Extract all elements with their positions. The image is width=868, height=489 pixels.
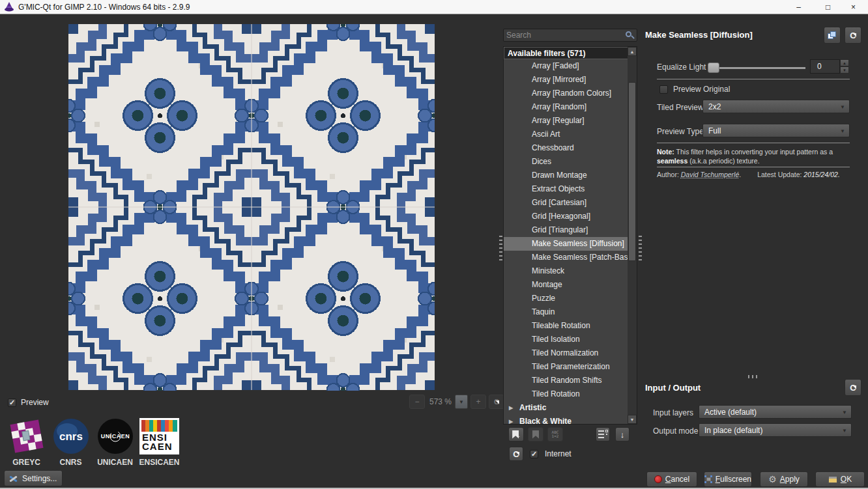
chevron-down-icon: ▼ bbox=[840, 128, 845, 134]
zoom-out-button[interactable]: − bbox=[409, 395, 425, 409]
filter-item[interactable]: Array [Mirrored] bbox=[504, 73, 629, 87]
separator bbox=[657, 167, 850, 167]
filter-list-header[interactable]: Available filters (571) bbox=[504, 47, 629, 59]
ensicaen-label: ENSICAEN bbox=[139, 458, 180, 467]
zoom-reset-button[interactable]: C bbox=[489, 395, 504, 409]
left-splitter-handle[interactable] bbox=[499, 236, 502, 260]
internet-label: Internet bbox=[545, 449, 571, 458]
filter-item[interactable]: Chessboard bbox=[504, 141, 629, 155]
ok-icon bbox=[828, 476, 837, 483]
spin-down-button[interactable]: ▼ bbox=[840, 66, 849, 74]
preview-type-select[interactable]: Full ▼ bbox=[702, 124, 850, 137]
unicaen-logo-icon: UNICAEN bbox=[96, 417, 134, 455]
download-filters-button[interactable]: ↓ bbox=[615, 427, 629, 441]
filter-item[interactable]: Tiled Parameterization bbox=[504, 360, 629, 374]
filter-item-selected[interactable]: Make Seamless [Diffusion] bbox=[504, 237, 629, 251]
filter-item[interactable]: Extract Objects bbox=[504, 182, 629, 196]
greyc-logo[interactable]: GREYC bbox=[7, 417, 46, 467]
filter-item[interactable]: Grid [Cartesian] bbox=[504, 196, 629, 210]
spin-up-button[interactable]: ▲ bbox=[840, 59, 849, 66]
copy-icon bbox=[828, 31, 837, 40]
filter-item[interactable]: Dices bbox=[504, 155, 629, 169]
zoom-level-value: 573 % bbox=[426, 397, 455, 406]
minimize-button[interactable]: – bbox=[784, 0, 813, 14]
filter-category-black-white[interactable]: ▶ Black & White bbox=[504, 415, 629, 425]
ensicaen-logo-icon: ENSICAEN bbox=[139, 418, 179, 454]
scrollbar-down-icon[interactable]: ▼ bbox=[628, 415, 637, 424]
filter-item[interactable]: Array [Random Colors] bbox=[504, 87, 629, 100]
author-line: Author: David Tschumperlé. Latest Update… bbox=[657, 171, 852, 178]
download-icon: ↓ bbox=[620, 430, 625, 440]
preview-original-label: Preview Original bbox=[673, 85, 730, 94]
remove-fave-button[interactable] bbox=[528, 427, 543, 441]
reset-icon: C bbox=[850, 31, 856, 40]
search-box bbox=[503, 29, 637, 42]
output-mode-select[interactable]: In place (default) ▼ bbox=[699, 423, 852, 437]
filter-item[interactable]: Grid [Hexagonal] bbox=[504, 210, 629, 223]
filter-list-scrollbar[interactable]: ▲ ▼ bbox=[628, 47, 637, 424]
preview-toggle-row: ✓ Preview bbox=[8, 398, 49, 407]
filter-category-artistic[interactable]: ▶ Artistic bbox=[504, 401, 629, 415]
filter-item[interactable]: Taquin bbox=[504, 305, 629, 319]
equalize-light-label: Equalize Light bbox=[657, 63, 706, 72]
io-splitter-handle[interactable] bbox=[748, 375, 759, 378]
slider-groove bbox=[708, 67, 805, 69]
close-button[interactable]: × bbox=[839, 0, 868, 14]
tools-icon bbox=[8, 474, 19, 483]
preview-checkbox[interactable]: ✓ bbox=[8, 398, 16, 407]
tile-pattern bbox=[68, 24, 435, 391]
preview-image[interactable] bbox=[68, 24, 435, 391]
filter-item[interactable]: Tileable Rotation bbox=[504, 319, 629, 333]
copy-command-button[interactable] bbox=[824, 27, 841, 44]
filter-item[interactable]: Grid [Triangular] bbox=[504, 223, 629, 237]
filter-item[interactable]: Array [Regular] bbox=[504, 114, 629, 128]
list-view-icon bbox=[598, 430, 608, 439]
cnrs-logo-icon: cnrs bbox=[52, 417, 90, 455]
filter-item[interactable]: Make Seamless [Patch-Based] bbox=[504, 251, 629, 264]
ensicaen-logo[interactable]: ENSICAEN ENSICAEN bbox=[139, 417, 179, 467]
io-reset-button[interactable]: C bbox=[845, 379, 861, 396]
filter-item[interactable]: Puzzle bbox=[504, 292, 629, 305]
rename-fave-button[interactable]: ABC1=2 bbox=[547, 427, 563, 441]
filter-item[interactable]: Tiled Random Shifts bbox=[504, 374, 629, 387]
filter-item[interactable]: Tiled Normalization bbox=[504, 346, 629, 360]
separator bbox=[657, 143, 850, 143]
svg-text:UNICAEN: UNICAEN bbox=[100, 433, 130, 440]
filter-item[interactable]: Tiled Isolation bbox=[504, 333, 629, 346]
tiled-preview-select[interactable]: 2x2 ▼ bbox=[702, 100, 850, 113]
filter-item[interactable]: Drawn Montage bbox=[504, 169, 629, 182]
filter-item[interactable]: Array [Faded] bbox=[504, 59, 629, 73]
input-layers-select[interactable]: Active (default) ▼ bbox=[699, 405, 852, 419]
zoom-dropdown-button[interactable]: ▼ bbox=[455, 395, 468, 409]
slider-handle[interactable] bbox=[708, 63, 719, 73]
preview-original-checkbox[interactable]: ✓ bbox=[659, 85, 668, 94]
right-splitter-handle[interactable] bbox=[639, 236, 642, 260]
scrollbar-up-icon[interactable]: ▲ bbox=[628, 47, 637, 56]
expand-list-button[interactable] bbox=[596, 427, 610, 441]
add-fave-button[interactable]: + bbox=[508, 427, 524, 441]
search-input[interactable] bbox=[506, 29, 621, 41]
cnrs-logo[interactable]: cnrs CNRS bbox=[51, 417, 91, 467]
internet-checkbox[interactable]: ✓ bbox=[530, 450, 538, 458]
filter-item[interactable]: Ascii Art bbox=[504, 128, 629, 141]
titlebar: G'MIC-Qt for GIMP 2.10 - Windows 64 bits… bbox=[0, 0, 868, 14]
author-link[interactable]: David Tschumperlé bbox=[681, 171, 740, 178]
filter-item[interactable]: Montage bbox=[504, 278, 629, 292]
filter-item[interactable]: Array [Random] bbox=[504, 100, 629, 114]
filter-item[interactable]: Ministeck bbox=[504, 264, 629, 278]
cancel-button[interactable]: Cancel bbox=[646, 471, 697, 487]
apply-button[interactable]: ⚙ Apply bbox=[760, 471, 808, 487]
unicaen-logo[interactable]: UNICAEN UNICAEN bbox=[95, 417, 135, 467]
window-title: G'MIC-Qt for GIMP 2.10 - Windows 64 bits… bbox=[18, 0, 190, 14]
fullscreen-button[interactable]: Fullscreen bbox=[704, 471, 752, 487]
equalize-light-spinbox[interactable]: 0 bbox=[810, 59, 840, 74]
equalize-light-slider[interactable] bbox=[708, 62, 805, 74]
reset-parameters-button[interactable]: C bbox=[845, 27, 861, 44]
settings-button[interactable]: Settings... bbox=[4, 470, 63, 486]
refresh-filters-button[interactable]: C bbox=[509, 447, 523, 461]
ok-button[interactable]: OK bbox=[815, 471, 865, 487]
scrollbar-thumb[interactable] bbox=[628, 82, 636, 261]
add-fave-icon bbox=[512, 430, 519, 439]
filter-item[interactable]: Tiled Rotation bbox=[504, 387, 629, 401]
zoom-in-button[interactable]: + bbox=[470, 395, 486, 409]
